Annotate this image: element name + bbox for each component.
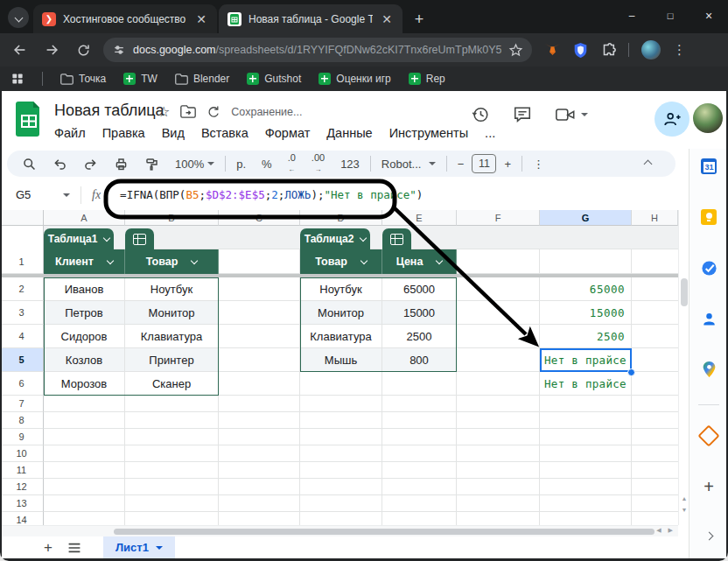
scroll-down-icon[interactable]: ▼	[682, 507, 688, 513]
empty-cell[interactable]	[540, 445, 632, 462]
empty-cell[interactable]	[44, 445, 125, 462]
scroll-up-icon[interactable]: ▲	[682, 495, 688, 501]
sheet-tab-list1[interactable]: Лист1	[103, 536, 175, 558]
document-title[interactable]: Новая таблица	[54, 102, 164, 120]
zoom-select[interactable]: 100%	[167, 151, 222, 177]
menu-tools[interactable]: Инструменты	[389, 126, 468, 140]
cell-b6[interactable]: Сканер	[125, 372, 219, 396]
account-avatar[interactable]	[693, 103, 723, 133]
cell-g2[interactable]: 65000	[540, 277, 632, 301]
empty-cell[interactable]	[219, 445, 300, 462]
tasks-icon[interactable]	[700, 259, 718, 277]
empty-cell[interactable]	[300, 479, 382, 495]
keep-icon[interactable]	[700, 208, 718, 226]
formula-input[interactable]: =IFNA(ВПР(B5;$D$2:$E$5;2;ЛОЖЬ);"Нет в пр…	[120, 188, 423, 201]
all-sheets-icon[interactable]	[61, 542, 88, 554]
cell-a6[interactable]: Морозов	[44, 372, 125, 396]
scroll-left-icon[interactable]: ◀	[656, 527, 661, 534]
cell-e3[interactable]: 15000	[382, 301, 457, 325]
table1-header-client[interactable]: Клиент	[44, 249, 125, 274]
empty-cell[interactable]	[219, 462, 300, 479]
vertical-scrollbar-thumb[interactable]	[681, 278, 688, 306]
paint-format-icon[interactable]	[136, 151, 167, 177]
empty-cell[interactable]	[457, 301, 540, 325]
bookmark-ocenki-igr[interactable]: Оценки игр	[318, 73, 390, 85]
empty-cell[interactable]	[219, 479, 300, 495]
row-header[interactable]: 14	[0, 512, 44, 525]
bookmark-star-icon[interactable]	[508, 43, 523, 58]
empty-cell[interactable]	[219, 495, 300, 512]
move-to-folder-icon[interactable]	[180, 105, 196, 118]
row-header[interactable]: 8	[0, 412, 44, 429]
empty-cell[interactable]	[44, 495, 125, 512]
calendar-icon[interactable]	[700, 158, 718, 175]
shield-extension-icon[interactable]	[573, 42, 588, 59]
cell-a2[interactable]: Иванов	[44, 277, 125, 301]
add-sheet-button[interactable]: +	[35, 539, 61, 557]
empty-cell[interactable]	[219, 372, 300, 396]
empty-cell[interactable]	[540, 495, 632, 512]
empty-cell[interactable]	[540, 429, 632, 445]
redo-icon[interactable]	[75, 151, 106, 177]
bookmark-gutshot[interactable]: Gutshot	[247, 73, 301, 85]
empty-cell[interactable]	[125, 412, 219, 429]
cell-e4[interactable]: 2500	[382, 325, 457, 348]
empty-cell[interactable]	[457, 512, 540, 525]
empty-cell[interactable]	[219, 429, 300, 445]
empty-cell[interactable]	[300, 396, 382, 412]
empty-cell[interactable]	[457, 479, 540, 495]
empty-cell[interactable]	[300, 412, 382, 429]
bookmark-tw[interactable]: TW	[123, 73, 158, 85]
column-header-a[interactable]: A	[44, 210, 125, 226]
empty-cell[interactable]	[632, 372, 678, 396]
empty-cell[interactable]	[382, 372, 457, 396]
maps-icon[interactable]	[700, 361, 718, 378]
horizontal-scrollbar[interactable]: ◀▶	[0, 525, 678, 536]
empty-cell[interactable]	[540, 479, 632, 495]
back-button[interactable]	[7, 37, 33, 63]
empty-cell[interactable]	[632, 348, 678, 372]
empty-cell[interactable]	[219, 348, 300, 372]
empty-cell[interactable]	[457, 249, 540, 274]
empty-cell[interactable]	[125, 512, 219, 525]
table1-menu-icon[interactable]	[125, 228, 154, 249]
table2-chip[interactable]: Таблица2	[300, 228, 370, 249]
empty-cell[interactable]	[125, 495, 219, 512]
browser-tab-timeweb[interactable]: ❯ Хостинговое сообщество «Tim ✕	[33, 4, 217, 33]
empty-cell[interactable]	[44, 412, 125, 429]
decrease-decimals-button[interactable]: .0←	[280, 151, 304, 177]
row-header[interactable]: 4	[0, 325, 44, 348]
empty-cell[interactable]	[44, 429, 125, 445]
empty-cell[interactable]	[125, 429, 219, 445]
menu-data[interactable]: Данные	[326, 126, 372, 140]
row-header[interactable]: 13	[0, 495, 44, 512]
vertical-scrollbar[interactable]: ▲▼	[678, 210, 689, 525]
column-header-e[interactable]: E	[382, 210, 457, 226]
row-header[interactable]: 9	[0, 429, 44, 445]
column-header-g[interactable]: G	[540, 210, 632, 226]
empty-cell[interactable]	[457, 445, 540, 462]
empty-cell[interactable]	[632, 412, 678, 429]
row-header[interactable]: 3	[0, 301, 44, 325]
address-bar[interactable]: docs.google.com/spreadsheets/d/1RYYIFQfD…	[103, 38, 532, 62]
empty-cell[interactable]	[300, 445, 382, 462]
empty-cell[interactable]	[632, 396, 678, 412]
cell-d2[interactable]: Ноутбук	[300, 277, 382, 301]
reload-button[interactable]	[70, 37, 96, 63]
cell-b2[interactable]: Ноутбук	[125, 277, 219, 301]
empty-cell[interactable]	[44, 479, 125, 495]
empty-cell[interactable]	[219, 249, 300, 274]
share-button[interactable]	[654, 102, 690, 137]
column-header-c[interactable]: C	[219, 210, 300, 226]
cell-b5[interactable]: Принтер	[125, 348, 219, 372]
fill-handle[interactable]	[627, 368, 635, 376]
empty-cell[interactable]	[219, 301, 300, 325]
more-formats-button[interactable]: 123	[332, 151, 368, 177]
menu-edit[interactable]: Правка	[102, 126, 145, 140]
empty-cell[interactable]	[457, 495, 540, 512]
extensions-puzzle-icon[interactable]	[600, 42, 616, 58]
bookmark-folder-tochka[interactable]: Точка	[60, 73, 106, 85]
metamask-extension-icon[interactable]	[544, 42, 561, 59]
site-settings-icon[interactable]	[112, 43, 126, 57]
empty-cell[interactable]	[457, 429, 540, 445]
